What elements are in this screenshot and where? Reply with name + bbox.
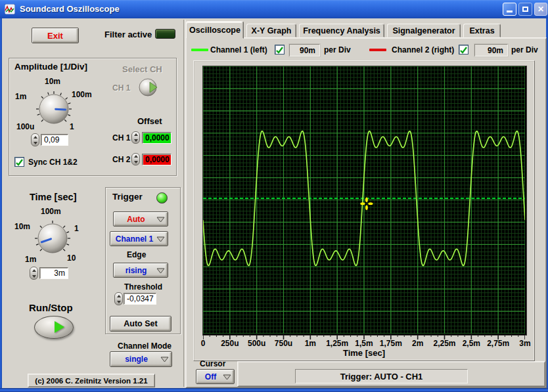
channel1-scale-field[interactable]: 90m bbox=[289, 44, 320, 56]
close-icon: ✕ bbox=[537, 5, 544, 14]
x-tick-label: 250u bbox=[216, 339, 244, 348]
scope-plot[interactable] bbox=[202, 66, 527, 336]
threshold-label: Threshold bbox=[124, 282, 162, 292]
cursor-label: Cursor bbox=[200, 359, 225, 368]
x-tick-label: 2m bbox=[403, 339, 432, 348]
offset-ch2-field[interactable]: 0,0000 bbox=[142, 154, 171, 165]
tab-extras[interactable]: Extras bbox=[463, 24, 501, 37]
x-tick-label: 2,75m bbox=[484, 339, 513, 348]
exit-button[interactable]: Exit bbox=[32, 28, 79, 43]
x-tick-label: 0 bbox=[189, 339, 217, 348]
channel2-per-div-label: per Div bbox=[511, 45, 538, 54]
app-window: Soundcard Oszilloscope ✕ Exit Filter act… bbox=[0, 0, 548, 392]
filter-led bbox=[155, 29, 175, 39]
cursor-dropdown[interactable]: Off bbox=[196, 369, 235, 384]
channel-mode-label: Channel Mode bbox=[118, 341, 171, 351]
time-dial-label-100m: 100m bbox=[41, 207, 61, 216]
auto-set-button[interactable]: Auto Set bbox=[110, 316, 171, 332]
threshold-spinner[interactable] bbox=[114, 292, 123, 305]
time-knob[interactable] bbox=[34, 220, 71, 257]
x-tick-label: 1m bbox=[296, 339, 325, 348]
x-tick-label: 3m bbox=[511, 339, 539, 348]
channel1-swatch bbox=[191, 49, 208, 51]
amplitude-knob[interactable] bbox=[35, 91, 72, 127]
run-stop-button[interactable] bbox=[34, 316, 74, 339]
x-tick-label: 750u bbox=[269, 339, 298, 348]
offset-ch2-spinner[interactable] bbox=[131, 153, 140, 165]
trigger-led bbox=[156, 192, 168, 204]
select-ch-channel-label: CH 1 bbox=[112, 83, 130, 93]
x-tick-label: 2,5m bbox=[457, 339, 486, 348]
maximize-icon bbox=[522, 7, 528, 12]
close-button[interactable]: ✕ bbox=[534, 3, 547, 16]
minimize-icon bbox=[507, 11, 513, 12]
trigger-edge-dropdown[interactable]: rising bbox=[113, 263, 168, 278]
app-icon bbox=[5, 4, 15, 14]
x-tick-label: 1,75m bbox=[377, 339, 405, 348]
minimize-button[interactable] bbox=[503, 3, 516, 16]
time-title: Time [sec] bbox=[30, 192, 76, 202]
sync-checkbox[interactable] bbox=[14, 157, 24, 167]
window-border-bottom bbox=[0, 388, 548, 392]
dropdown-arrow-icon bbox=[223, 374, 231, 380]
amp-dial-label-10m: 10m bbox=[45, 77, 60, 86]
channel-mode-dropdown[interactable]: single bbox=[110, 351, 172, 367]
channel1-label: Channel 1 (left) bbox=[210, 45, 267, 54]
maximize-button[interactable] bbox=[518, 3, 532, 16]
sync-label: Sync CH 1&2 bbox=[28, 158, 78, 167]
window-border-left bbox=[0, 18, 2, 392]
play-icon bbox=[55, 321, 64, 333]
tab-frequency-analysis[interactable]: Frequency Analysis bbox=[299, 24, 384, 37]
trigger-status: Trigger: AUTO - CH1 bbox=[295, 369, 468, 383]
channel2-label: Channel 2 (right) bbox=[392, 45, 454, 54]
channel2-swatch bbox=[369, 49, 386, 51]
check-icon bbox=[275, 46, 284, 54]
x-tick-label: 2,25m bbox=[430, 339, 459, 348]
time-spinner[interactable] bbox=[30, 267, 38, 280]
knob-needle bbox=[56, 109, 66, 110]
window-title: Soundcard Oszilloscope bbox=[20, 4, 120, 14]
check-icon bbox=[459, 46, 468, 54]
dropdown-arrow-icon bbox=[156, 217, 165, 223]
x-tick-label: 1,5m bbox=[350, 339, 378, 348]
offset-ch1-spinner[interactable] bbox=[131, 131, 140, 144]
channel1-per-div-label: per Div bbox=[324, 45, 351, 54]
tab-signalgenerator[interactable]: Signalgenerator bbox=[387, 24, 461, 37]
channel2-checkbox[interactable] bbox=[459, 45, 468, 54]
trigger-group bbox=[105, 187, 181, 334]
x-axis-title: Time [sec] bbox=[331, 348, 397, 358]
x-tick-label: 1,25m bbox=[323, 339, 352, 348]
x-tick-label: 500u bbox=[242, 339, 271, 348]
dropdown-arrow-icon bbox=[156, 268, 165, 274]
trigger-mode-dropdown[interactable]: Auto bbox=[113, 211, 168, 227]
threshold-field[interactable]: -0,0347 bbox=[124, 293, 156, 305]
check-icon bbox=[15, 158, 24, 167]
amp-dial-label-1m: 1m bbox=[15, 92, 26, 101]
channel1-checkbox[interactable] bbox=[275, 45, 285, 54]
tab-oscilloscope[interactable]: Oscilloscope bbox=[186, 21, 244, 39]
offset-label: Offset bbox=[137, 116, 162, 126]
dropdown-arrow-icon bbox=[156, 236, 165, 242]
amplitude-spinner[interactable] bbox=[31, 133, 39, 146]
edge-label: Edge bbox=[127, 250, 146, 259]
select-ch-label: Select CH bbox=[122, 64, 162, 74]
time-dial-label-1: 1 bbox=[74, 224, 79, 233]
offset-ch1-field[interactable]: 0,0000 bbox=[142, 132, 171, 144]
time-dial-label-10m: 10m bbox=[14, 222, 30, 231]
amp-dial-label-100u: 100u bbox=[16, 122, 34, 131]
copyright-label: (c) 2006 C. Zeitnitz Version 1.21 bbox=[28, 374, 155, 387]
offset-ch2-label: CH 2 bbox=[112, 155, 130, 164]
run-stop-label: Run/Stop bbox=[29, 302, 73, 313]
dropdown-arrow-icon bbox=[160, 357, 169, 362]
channel2-scale-field[interactable]: 90m bbox=[474, 44, 508, 56]
time-value-field[interactable]: 3m bbox=[39, 267, 68, 279]
select-ch-knob[interactable] bbox=[135, 75, 160, 100]
filter-active-label: Filter active bbox=[104, 30, 152, 39]
amplitude-title: Amplitude [1/Div] bbox=[14, 62, 87, 72]
amp-dial-label-100m: 100m bbox=[72, 90, 92, 99]
tab-xy-graph[interactable]: X-Y Graph bbox=[246, 24, 296, 37]
trigger-source-dropdown[interactable]: Channel 1 bbox=[110, 231, 168, 246]
offset-ch1-label: CH 1 bbox=[112, 133, 130, 142]
amplitude-value-field[interactable]: 0,09 bbox=[41, 134, 68, 146]
title-bar: Soundcard Oszilloscope ✕ bbox=[0, 0, 548, 18]
